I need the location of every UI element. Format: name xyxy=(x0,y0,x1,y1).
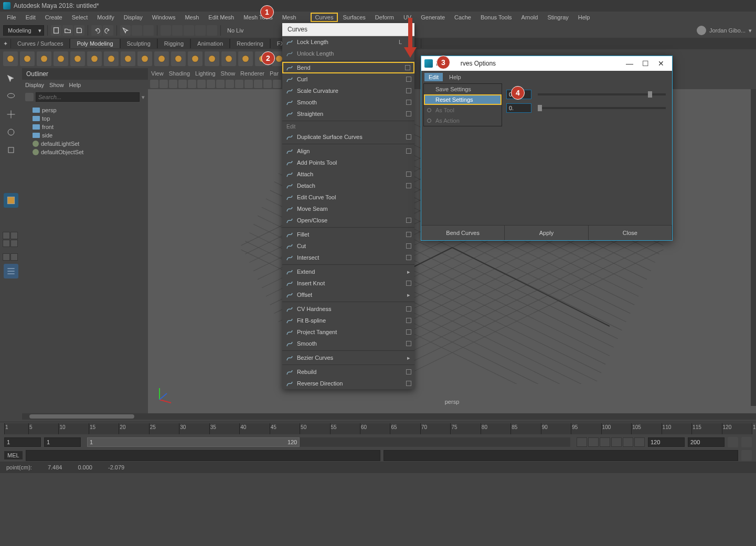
vp-toolbar-btn-3[interactable] xyxy=(178,80,187,88)
vp-toolbar-btn-9[interactable] xyxy=(235,80,243,88)
option-box-icon[interactable] xyxy=(406,243,411,249)
menu-item-edit-curve-tool[interactable]: Edit Curve Tool xyxy=(282,191,414,203)
menu-item-fillet[interactable]: Fillet xyxy=(282,229,414,240)
outliner-node-front[interactable]: front xyxy=(25,123,145,131)
shelf-tab-animation[interactable]: Animation xyxy=(190,39,230,48)
shelf-pyramid-icon[interactable] xyxy=(137,51,152,66)
maximize-button[interactable]: ☐ xyxy=(637,59,653,68)
optwin-help-menu[interactable]: Help xyxy=(445,73,465,81)
chevron-down-icon[interactable]: ▾ xyxy=(142,94,145,101)
shelf-pipe-icon[interactable] xyxy=(171,51,186,66)
menu-help[interactable]: Help xyxy=(573,13,595,22)
menu-surfaces[interactable]: Surfaces xyxy=(338,13,370,22)
menu-modify[interactable]: Modify xyxy=(92,13,119,22)
bend-curves-button[interactable]: Bend Curves xyxy=(421,226,505,240)
shelf-helix-icon[interactable] xyxy=(188,51,203,66)
menu-item-smooth[interactable]: Smooth xyxy=(282,97,414,108)
menu-windows[interactable]: Windows xyxy=(147,13,180,22)
shelf-sphere-icon[interactable] xyxy=(3,51,18,66)
range-slider[interactable]: 1 120 xyxy=(87,437,570,447)
play-back-button[interactable] xyxy=(600,437,610,447)
menu-file[interactable]: File xyxy=(2,13,21,22)
menu-item-smooth[interactable]: Smooth xyxy=(282,338,414,349)
lasso-icon[interactable] xyxy=(132,25,142,36)
menu-item-curl[interactable]: Curl xyxy=(282,73,414,85)
undo-icon[interactable] xyxy=(91,25,102,36)
open-scene-icon[interactable] xyxy=(62,25,73,36)
option-box-icon[interactable] xyxy=(406,100,411,105)
menu-item-cut[interactable]: Cut xyxy=(282,240,414,252)
outliner-tree[interactable]: persptopfrontsidedefaultLightSetdefaultO… xyxy=(22,104,148,414)
last-tool[interactable] xyxy=(4,168,18,183)
option-box-icon[interactable] xyxy=(406,281,411,286)
menu-item-attach[interactable]: Attach xyxy=(282,168,414,180)
shelf-cone-icon[interactable] xyxy=(54,51,68,66)
outliner-menu-show[interactable]: Show xyxy=(49,82,64,88)
vp-toolbar-btn-5[interactable] xyxy=(197,80,206,88)
outliner-node-persp[interactable]: persp xyxy=(25,106,145,114)
shelf-platonic-icon[interactable] xyxy=(121,51,135,66)
vp-toolbar-btn-12[interactable] xyxy=(263,80,272,88)
shelf-superellipse-icon[interactable] xyxy=(221,51,236,66)
anim-end-input[interactable] xyxy=(688,437,725,447)
filter-icon[interactable] xyxy=(25,93,34,101)
script-lang-label[interactable]: MEL xyxy=(4,451,23,459)
script-editor-icon[interactable] xyxy=(741,450,752,461)
option-box-icon[interactable] xyxy=(406,77,411,82)
shelf-tab-rigging[interactable]: Rigging xyxy=(157,39,190,48)
menu-arnold[interactable]: Arnold xyxy=(517,13,543,22)
shelf-cylinder-icon[interactable] xyxy=(37,51,51,66)
menu-edit[interactable]: Edit xyxy=(21,13,40,22)
option-box-icon[interactable] xyxy=(406,111,411,116)
menu-mesh[interactable]: Mesh xyxy=(278,13,301,22)
menu-item-straighten[interactable]: Straighten xyxy=(282,108,414,120)
menu-item-extend[interactable]: Extend▸ xyxy=(282,266,414,277)
shelf-disc-icon[interactable] xyxy=(104,51,119,66)
layout-presets-2[interactable] xyxy=(3,253,19,261)
shelf-tab-curves-surfaces[interactable]: Curves / Surfaces xyxy=(10,39,70,48)
menu-item-reverse-direction[interactable]: Reverse Direction xyxy=(282,378,414,389)
snap-live-icon[interactable] xyxy=(207,25,217,36)
step-fwd-button[interactable] xyxy=(623,437,633,447)
select-tool[interactable] xyxy=(4,71,18,86)
new-scene-icon[interactable] xyxy=(51,25,61,36)
outliner-menu-display[interactable]: Display xyxy=(25,82,44,88)
single-pane-layout[interactable] xyxy=(4,193,18,208)
vp-toolbar-btn-4[interactable] xyxy=(188,80,196,88)
vp-menu-par[interactable]: Par xyxy=(270,70,279,77)
menu-create[interactable]: Create xyxy=(40,13,67,22)
play-fwd-button[interactable] xyxy=(611,437,622,447)
option-box-icon[interactable] xyxy=(406,381,411,386)
option-box-icon[interactable] xyxy=(406,218,411,223)
outliner-node-defaultObjectSet[interactable]: defaultObjectSet xyxy=(25,148,145,156)
menu-item-insert-knot[interactable]: Insert Knot xyxy=(282,277,414,289)
option-box-icon[interactable] xyxy=(406,306,411,312)
snap-plane-icon[interactable] xyxy=(195,25,206,36)
slider-track-2[interactable] xyxy=(538,107,666,109)
menu-item-rebuild[interactable]: Rebuild xyxy=(282,366,414,378)
shelf-tab-poly-modeling[interactable]: Poly Modeling xyxy=(70,39,120,48)
menu-item-lock-length[interactable]: Lock LengthL xyxy=(282,36,414,48)
menu-item-duplicate-surface-curves[interactable]: Duplicate Surface Curves xyxy=(282,131,414,143)
menu-curves[interactable]: Curves xyxy=(311,13,338,22)
option-box-icon[interactable] xyxy=(406,172,411,177)
option-box-icon[interactable] xyxy=(406,329,411,335)
menu-item-intersect[interactable]: Intersect xyxy=(282,252,414,263)
option-box-icon[interactable] xyxy=(406,232,411,237)
optwin-titlebar[interactable]: Bend Curves Options — ☐ ✕ xyxy=(421,56,672,71)
menu-item-detach[interactable]: Detach xyxy=(282,180,414,191)
shelf-torus-icon[interactable] xyxy=(70,51,85,66)
menu-select[interactable]: Select xyxy=(67,13,93,22)
anim-prefs-icon[interactable] xyxy=(728,437,738,447)
menu-item-scale-curvature[interactable]: Scale Curvature xyxy=(282,85,414,97)
vp-menu-shading[interactable]: Shading xyxy=(169,70,190,77)
menu-deform[interactable]: Deform xyxy=(370,13,399,22)
vp-toolbar-btn-1[interactable] xyxy=(159,80,168,88)
menu-bonus-tools[interactable]: Bonus Tools xyxy=(476,13,517,22)
vp-toolbar-btn-0[interactable] xyxy=(150,80,158,88)
viewport-vscroll[interactable] xyxy=(751,89,756,406)
option-box-icon[interactable] xyxy=(406,148,411,154)
menu-item-fit-b-spline[interactable]: Fit B-spline xyxy=(282,315,414,326)
snap-curve-icon[interactable] xyxy=(172,25,183,36)
account-menu[interactable]: Jordan Gibo... ▾ xyxy=(697,26,752,35)
